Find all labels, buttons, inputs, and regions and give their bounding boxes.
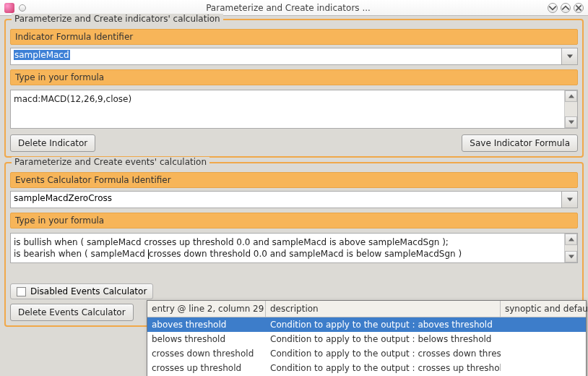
events-formula-scrollbar[interactable] (564, 234, 577, 262)
autocomplete-popup: entry @ line 2, column 29 description sy… (147, 300, 587, 376)
autocomplete-row-entry: belows threshold (147, 332, 266, 346)
events-formula-line2b: crosses down threshold 0.0 and sampleMac… (149, 249, 462, 259)
close-button[interactable] (574, 3, 584, 13)
titlebar-dot-icon (19, 4, 26, 12)
delete-events-calculator-button[interactable]: Delete Events Calculator (10, 304, 134, 321)
events-formula-line1: is bullish when ( sampleMacd crosses up … (14, 237, 449, 247)
events-formula-label: Type in your formula (10, 213, 578, 228)
scroll-down-button[interactable] (565, 251, 577, 262)
autocomplete-row-description: Condition to apply to the output : below… (266, 332, 501, 346)
events-formula-textarea[interactable]: is bullish when ( sampleMacd crosses up … (11, 234, 564, 262)
autocomplete-row-description: Condition to apply to the output : cross… (266, 346, 501, 361)
autocomplete-row-synoptic (501, 361, 586, 375)
maximize-button[interactable] (561, 3, 571, 13)
autocomplete-row-synoptic (501, 332, 586, 346)
autocomplete-row[interactable]: aboves thresholdCondition to apply to th… (147, 317, 586, 332)
chevron-up-icon (561, 4, 570, 12)
autocomplete-row[interactable]: belows thresholdCondition to apply to th… (147, 332, 586, 346)
minimize-button[interactable] (548, 3, 558, 13)
triangle-up-icon (568, 237, 574, 242)
events-identifier-input[interactable]: sampleMacdZeroCross (10, 191, 562, 208)
chevron-down-icon (548, 4, 557, 12)
delete-indicator-button[interactable]: Delete Indicator (10, 134, 95, 152)
disabled-events-checkbox-label: Disabled Events Calculator (30, 286, 147, 296)
autocomplete-row-entry: crosses up threshold (147, 361, 266, 375)
triangle-down-icon (568, 255, 574, 259)
indicator-identifier-input[interactable]: sampleMacd (10, 48, 562, 65)
indicator-identifier-dropdown-button[interactable] (562, 48, 578, 65)
disabled-events-checkbox[interactable] (17, 287, 26, 296)
scroll-track[interactable] (565, 102, 577, 116)
indicator-formula-label: Type in your formula (10, 69, 578, 85)
window-buttons (548, 3, 584, 13)
autocomplete-row-synoptic (501, 317, 586, 332)
autocomplete-row[interactable]: crosses up thresholdCondition to apply t… (147, 361, 586, 375)
indicator-identifier-combo[interactable]: sampleMacd (10, 48, 578, 65)
chevron-down-icon (567, 197, 573, 202)
scroll-down-button[interactable] (565, 116, 577, 128)
autocomplete-header-description[interactable]: description (266, 301, 501, 317)
autocomplete-row-description: Condition to apply to the output : above… (266, 317, 501, 332)
scroll-up-button[interactable] (565, 234, 577, 245)
close-icon (574, 4, 583, 12)
autocomplete-row-entry: crosses down threshold (147, 346, 266, 361)
autocomplete-rows: aboves thresholdCondition to apply to th… (147, 317, 586, 376)
indicator-formula-value: macd:MACD(12,26,9,close) (14, 94, 131, 104)
triangle-down-icon (568, 120, 574, 124)
events-formula-line2a: is bearish when ( sampleMacd (14, 249, 148, 259)
events-group-title: Parameterize and Create events' calculat… (12, 157, 209, 167)
events-identifier-label: Events Calculator Formula Identifier (10, 172, 578, 188)
indicator-identifier-value: sampleMacd (14, 50, 70, 60)
indicators-group: Parameterize and Create indicators' calc… (4, 19, 584, 158)
events-identifier-dropdown-button[interactable] (562, 191, 578, 208)
scroll-track[interactable] (565, 245, 577, 251)
autocomplete-row-description: Condition to apply to the output : cross… (266, 361, 501, 375)
autocomplete-row-entry: aboves threshold (147, 317, 266, 332)
autocomplete-header-entry[interactable]: entry @ line 2, column 29 (147, 301, 266, 317)
events-identifier-combo[interactable]: sampleMacdZeroCross (10, 191, 578, 208)
autocomplete-row[interactable]: crosses down thresholdCondition to apply… (147, 346, 586, 361)
main-content: Parameterize and Create indicators' calc… (0, 16, 588, 334)
autocomplete-header: entry @ line 2, column 29 description sy… (147, 301, 586, 317)
autocomplete-header-synoptic[interactable]: synoptic and defaul (501, 301, 586, 317)
save-indicator-button[interactable]: Save Indicator Formula (462, 134, 578, 152)
autocomplete-row-synoptic (501, 346, 586, 361)
app-icon (4, 3, 14, 13)
indicator-formula-textarea[interactable]: macd:MACD(12,26,9,close) (11, 90, 564, 128)
disabled-events-checkbox-wrap[interactable]: Disabled Events Calculator (10, 283, 153, 299)
indicator-formula-wrap: macd:MACD(12,26,9,close) (10, 90, 578, 129)
events-formula-wrap: is bullish when ( sampleMacd crosses up … (10, 233, 578, 263)
triangle-up-icon (568, 94, 574, 98)
indicator-identifier-label: Indicator Formula Identifier (10, 29, 578, 45)
events-button-row: Disabled Events Calculator (10, 283, 578, 299)
indicator-button-row: Delete Indicator Save Indicator Formula (10, 134, 578, 152)
chevron-down-icon (567, 54, 573, 59)
indicators-group-title: Parameterize and Create indicators' calc… (12, 14, 223, 24)
window-title: Parameterize and Create indicators ... (29, 3, 548, 13)
indicator-formula-scrollbar[interactable] (564, 90, 577, 128)
scroll-up-button[interactable] (565, 90, 577, 102)
